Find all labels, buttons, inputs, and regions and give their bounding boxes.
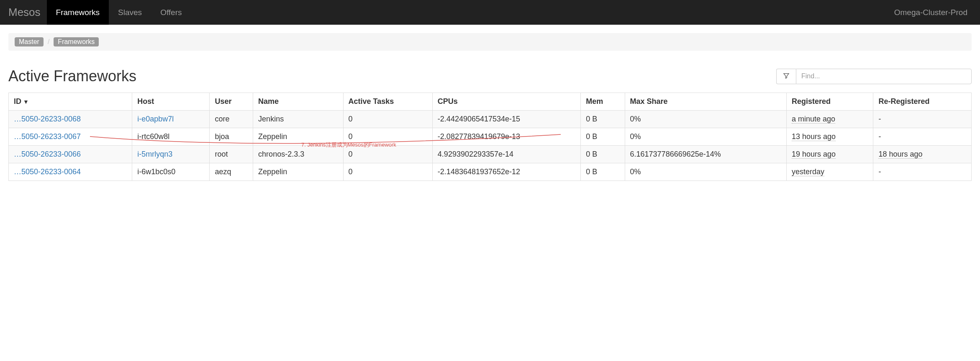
cell: - xyxy=(873,128,972,146)
name-cell: Jenkins xyxy=(253,111,343,128)
cell: …5050-26233-0064 xyxy=(9,163,132,181)
framework-id-link[interactable]: …5050-26233-0064 xyxy=(14,168,81,176)
content-area: Active Frameworks ID Host User Name Acti… xyxy=(0,51,980,189)
cell: 19 hours ago xyxy=(786,146,873,163)
cpus-cell: 4.9293902293357e-14 xyxy=(432,146,580,163)
mem-cell: 0 B xyxy=(581,146,625,163)
nav-item-slaves[interactable]: Slaves xyxy=(109,0,151,25)
framework-id-link[interactable]: …5050-26233-0067 xyxy=(14,132,81,141)
cpus-cell: -2.44249065417534e-15 xyxy=(432,111,580,128)
nav-link[interactable]: Slaves xyxy=(109,0,151,25)
search-input[interactable] xyxy=(796,69,972,84)
filter-group xyxy=(776,69,972,84)
cell: - xyxy=(873,111,972,128)
active-tasks-cell: 0 xyxy=(343,163,432,181)
col-cpus[interactable]: CPUs xyxy=(432,93,580,111)
user-cell: aezq xyxy=(210,163,253,181)
mem-cell: 0 B xyxy=(581,111,625,128)
cell: i-6w1bc0s0 xyxy=(132,163,210,181)
breadcrumb-container: Master / Frameworks xyxy=(0,25,980,51)
filter-icon xyxy=(783,72,790,80)
breadcrumb-frameworks: Frameworks xyxy=(54,37,99,46)
framework-id-link[interactable]: …5050-26233-0068 xyxy=(14,115,81,123)
host-link[interactable]: i-5mrlyqn3 xyxy=(137,150,172,158)
mem-cell: 0 B xyxy=(581,128,625,146)
nav-item-frameworks[interactable]: Frameworks xyxy=(47,0,109,25)
host-text: i-6w1bc0s0 xyxy=(137,168,175,176)
max-share-cell: 0% xyxy=(625,128,786,146)
nav-link[interactable]: Offers xyxy=(151,0,191,25)
page-title: Active Frameworks xyxy=(8,67,136,85)
cpus-cell: -2.14836481937652e-12 xyxy=(432,163,580,181)
registered-time: yesterday xyxy=(792,168,824,176)
cell: 18 hours ago xyxy=(873,146,972,163)
col-active-tasks[interactable]: Active Tasks xyxy=(343,93,432,111)
user-cell: core xyxy=(210,111,253,128)
nav-list: Frameworks Slaves Offers xyxy=(47,0,890,25)
breadcrumb: Master / Frameworks xyxy=(8,33,972,51)
breadcrumb-master[interactable]: Master xyxy=(15,37,44,46)
section-header: Active Frameworks xyxy=(8,67,972,85)
cell: - xyxy=(873,163,972,181)
col-registered[interactable]: Registered xyxy=(786,93,873,111)
cell: i-e0apbw7l xyxy=(132,111,210,128)
col-mem[interactable]: Mem xyxy=(581,93,625,111)
name-cell: Zeppelin xyxy=(253,163,343,181)
col-user[interactable]: User xyxy=(210,93,253,111)
cell: …5050-26233-0068 xyxy=(9,111,132,128)
cell: yesterday xyxy=(786,163,873,181)
cell: 13 hours ago xyxy=(786,128,873,146)
active-tasks-cell: 0 xyxy=(343,111,432,128)
cell: i-rtc60w8l xyxy=(132,128,210,146)
table-header-row: ID Host User Name Active Tasks CPUs Mem … xyxy=(9,93,972,111)
frameworks-table: ID Host User Name Active Tasks CPUs Mem … xyxy=(8,93,972,181)
re-registered-time: 18 hours ago xyxy=(878,150,922,159)
framework-id-link[interactable]: …5050-26233-0066 xyxy=(14,150,81,158)
col-name[interactable]: Name xyxy=(253,93,343,111)
host-text: i-rtc60w8l xyxy=(137,132,169,141)
table-wrap: ID Host User Name Active Tasks CPUs Mem … xyxy=(8,93,972,181)
nav-item-offers[interactable]: Offers xyxy=(151,0,191,25)
col-id[interactable]: ID xyxy=(9,93,132,111)
registered-time: 19 hours ago xyxy=(792,150,836,159)
main-navbar: Mesos Frameworks Slaves Offers Omega-Clu… xyxy=(0,0,980,25)
cell: …5050-26233-0066 xyxy=(9,146,132,163)
cluster-name: Omega-Cluster-Prod xyxy=(890,0,972,25)
col-re-registered[interactable]: Re-Registered xyxy=(873,93,972,111)
annotation-label: 7. Jenkins注册成为Mesos的Framework xyxy=(301,141,396,149)
breadcrumb-separator: / xyxy=(48,38,49,46)
cell: …5050-26233-0067 xyxy=(9,128,132,146)
table-row: …5050-26233-0066i-5mrlyqn3rootchronos-2.… xyxy=(9,146,972,163)
max-share-cell: 6.161737786669625e-14% xyxy=(625,146,786,163)
cell: i-5mrlyqn3 xyxy=(132,146,210,163)
max-share-cell: 0% xyxy=(625,111,786,128)
cell: a minute ago xyxy=(786,111,873,128)
table-row: …5050-26233-0064i-6w1bc0s0aezqZeppelin0-… xyxy=(9,163,972,181)
cpus-cell: -2.08277839419679e-13 xyxy=(432,128,580,146)
registered-time: a minute ago xyxy=(792,115,835,124)
mem-cell: 0 B xyxy=(581,163,625,181)
brand-link[interactable]: Mesos xyxy=(8,0,47,25)
max-share-cell: 0% xyxy=(625,163,786,181)
col-host[interactable]: Host xyxy=(132,93,210,111)
table-row: …5050-26233-0067i-rtc60w8lbjoaZeppelin0-… xyxy=(9,128,972,146)
host-link[interactable]: i-e0apbw7l xyxy=(137,115,174,123)
registered-time: 13 hours ago xyxy=(792,132,836,141)
table-row: …5050-26233-0068i-e0apbw7lcoreJenkins0-2… xyxy=(9,111,972,128)
user-cell: root xyxy=(210,146,253,163)
nav-link[interactable]: Frameworks xyxy=(47,0,109,25)
col-max-share[interactable]: Max Share xyxy=(625,93,786,111)
user-cell: bjoa xyxy=(210,128,253,146)
filter-button[interactable] xyxy=(776,69,796,84)
